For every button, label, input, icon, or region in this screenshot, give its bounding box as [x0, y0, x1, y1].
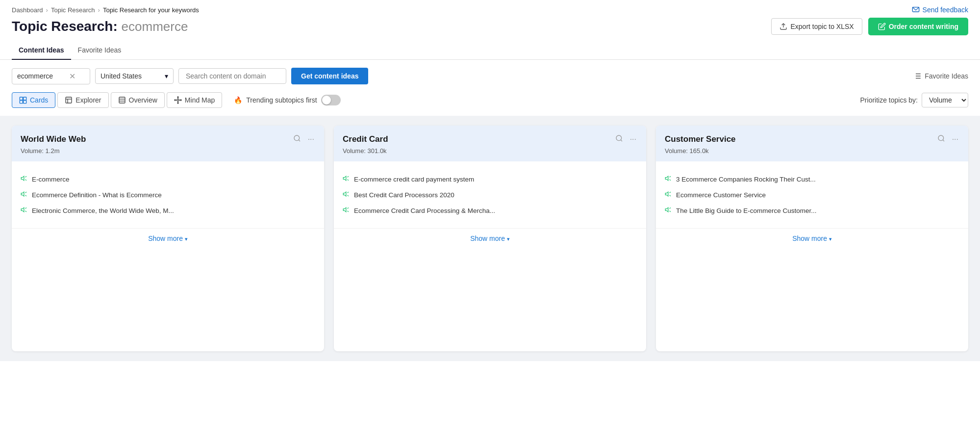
feedback-icon	[912, 6, 920, 14]
svg-line-59	[670, 211, 671, 212]
megaphone-icon	[665, 206, 672, 215]
svg-line-34	[25, 195, 26, 196]
order-content-button[interactable]: Order content writing	[868, 18, 968, 35]
overview-icon	[118, 96, 126, 104]
svg-marker-40	[343, 176, 346, 181]
view-mindmap-button[interactable]: Mind Map	[167, 92, 222, 108]
svg-line-28	[299, 140, 300, 141]
card-item-2-2: The Little Big Guide to E-commerce Custo…	[665, 203, 959, 218]
breadcrumb-current: Topic Research for your keywords	[103, 6, 199, 14]
card-title-1: Credit Card	[343, 134, 388, 144]
view-explorer-button[interactable]: Explorer	[57, 92, 108, 108]
domain-search-wrapper	[178, 68, 286, 84]
export-button[interactable]: Export topic to XLSX	[771, 18, 862, 35]
svg-point-18	[177, 99, 179, 101]
card-item-1-2: Ecommerce Credit Card Processing & Merch…	[343, 203, 637, 218]
svg-point-49	[938, 135, 944, 141]
view-overview-button[interactable]: Overview	[111, 92, 165, 108]
svg-line-47	[348, 208, 349, 209]
svg-line-42	[348, 180, 349, 181]
country-select-wrapper: United States United Kingdom Canada Aust…	[95, 68, 174, 84]
svg-marker-32	[21, 192, 24, 196]
card-item-text: The Little Big Guide to E-commerce Custo…	[676, 207, 817, 214]
tab-content-ideas[interactable]: Content Ideas	[12, 41, 71, 60]
show-more-button-0[interactable]: Show more ▾	[148, 235, 188, 242]
show-more-button-1[interactable]: Show more ▾	[470, 235, 510, 242]
svg-point-25	[175, 100, 176, 101]
card-volume-0: Volume: 1.2m	[21, 147, 315, 155]
card-item-text: Ecommerce Credit Card Processing & Merch…	[354, 207, 495, 214]
tab-favorite-ideas[interactable]: Favorite Ideas	[71, 41, 128, 60]
megaphone-icon	[21, 175, 28, 183]
card-2: Customer Service···Volume: 165.0k3 Ecomm…	[656, 126, 968, 351]
prioritize-select[interactable]: Volume Difficulty Trend	[922, 93, 968, 107]
card-item-2-0: 3 Ecommerce Companies Rocking Their Cust…	[665, 171, 959, 187]
card-item-2-1: Ecommerce Customer Service	[665, 187, 959, 203]
svg-line-52	[670, 176, 671, 177]
svg-line-56	[670, 195, 671, 196]
card-0: World Wide Web···Volume: 1.2mE-commerceE…	[12, 126, 324, 351]
card-more-button-0[interactable]: ···	[307, 134, 315, 145]
card-title-2: Customer Service	[665, 134, 736, 144]
card-item-0-1: Ecommerce Definition - What is Ecommerce	[21, 187, 315, 203]
megaphone-icon	[343, 190, 350, 199]
megaphone-icon	[21, 190, 28, 199]
chevron-down-icon: ▾	[165, 72, 168, 80]
card-item-text: Ecommerce Customer Service	[676, 191, 766, 199]
card-title-0: World Wide Web	[21, 134, 86, 144]
svg-line-53	[670, 180, 671, 181]
search-icon	[615, 134, 623, 142]
breadcrumb-dashboard[interactable]: Dashboard	[12, 6, 43, 14]
card-item-0-0: E-commerce	[21, 171, 315, 187]
get-content-ideas-button[interactable]: Get content ideas	[291, 68, 368, 84]
svg-line-44	[348, 192, 349, 193]
favorite-ideas-link[interactable]: Favorite Ideas	[913, 72, 968, 80]
search-icon	[937, 134, 945, 142]
trending-label: Trending subtopics first	[246, 96, 317, 104]
edit-icon	[878, 23, 886, 30]
breadcrumb-topic-research[interactable]: Topic Research	[51, 6, 95, 14]
card-item-text: Best Credit Card Processors 2020	[354, 191, 454, 199]
keyword-input-wrapper: ✕	[12, 68, 90, 84]
card-item-text: Ecommerce Definition - What is Ecommerce	[32, 191, 162, 199]
page-title: Topic Research: ecommerce	[12, 19, 188, 34]
card-search-button-2[interactable]	[936, 133, 946, 145]
card-item-text: E-commerce	[32, 176, 70, 183]
card-item-0-2: Electronic Commerce, the World Wide Web,…	[21, 203, 315, 218]
card-item-1-1: Best Credit Card Processors 2020	[343, 187, 637, 203]
svg-point-38	[616, 135, 622, 141]
svg-marker-57	[665, 208, 668, 212]
country-select[interactable]: United States United Kingdom Canada Aust…	[101, 72, 162, 80]
svg-rect-15	[119, 97, 125, 103]
card-more-button-1[interactable]: ···	[629, 134, 637, 145]
card-more-button-2[interactable]: ···	[951, 134, 959, 145]
explorer-icon	[65, 96, 73, 104]
svg-line-45	[348, 195, 349, 196]
prioritize-section: Prioritize topics by: Volume Difficulty …	[860, 93, 968, 107]
mindmap-icon	[174, 96, 182, 104]
view-cards-button[interactable]: Cards	[12, 92, 55, 108]
svg-marker-54	[665, 192, 668, 196]
svg-line-48	[348, 211, 349, 212]
svg-point-23	[177, 97, 178, 98]
card-item-1-0: E-commerce credit card payment system	[343, 171, 637, 187]
search-icon	[293, 134, 301, 142]
card-search-button-1[interactable]	[614, 133, 624, 145]
trending-toggle[interactable]	[321, 95, 341, 105]
card-search-button-0[interactable]	[292, 133, 302, 145]
svg-line-41	[348, 176, 349, 177]
domain-search-input[interactable]	[186, 72, 279, 80]
keyword-input[interactable]	[17, 72, 66, 80]
send-feedback-button[interactable]: Send feedback	[912, 6, 968, 14]
card-1: Credit Card···Volume: 301.0kE-commerce c…	[334, 126, 646, 351]
megaphone-icon	[343, 175, 350, 183]
clear-keyword-icon[interactable]: ✕	[69, 72, 75, 81]
show-more-button-2[interactable]: Show more ▾	[792, 235, 832, 242]
svg-line-31	[25, 180, 26, 181]
megaphone-icon	[665, 190, 672, 199]
cards-area: World Wide Web···Volume: 1.2mE-commerceE…	[0, 116, 980, 361]
svg-line-36	[25, 208, 26, 209]
svg-line-33	[25, 192, 26, 193]
chevron-down-icon: ▾	[829, 236, 832, 242]
svg-marker-46	[343, 208, 346, 212]
